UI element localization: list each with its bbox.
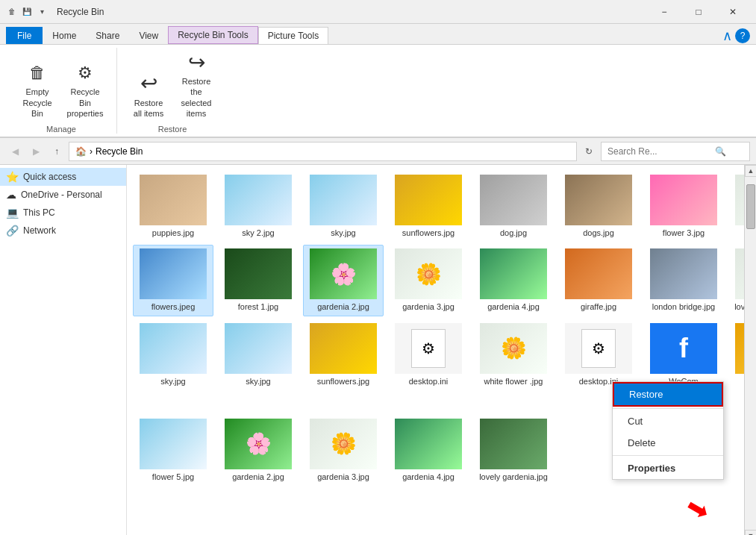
- file-item[interactable]: 🌸 gardenia 2.jpg: [218, 415, 299, 486]
- file-thumbnail: ⚙: [565, 323, 632, 374]
- file-thumbnail: 🌼: [310, 419, 377, 469]
- title-bar: 🗑 💾 ▾ Recycle Bin − □ ✕: [0, 0, 756, 24]
- file-thumbnail: [480, 248, 547, 299]
- file-item[interactable]: ⚙ desktop.ini: [388, 319, 469, 412]
- file-name: dog.jpg: [500, 228, 527, 238]
- tab-view[interactable]: View: [129, 27, 168, 44]
- this-pc-icon: 💻: [6, 207, 19, 219]
- recycle-bin-properties-button[interactable]: ⚙ Recycle Bin properties: [63, 58, 107, 122]
- file-item[interactable]: 📁 Upload to FB: [728, 319, 744, 412]
- empty-recycle-bin-button[interactable]: 🗑 Empty Recycle Bin: [15, 58, 60, 122]
- tab-picture-tools[interactable]: Picture Tools: [258, 27, 328, 44]
- file-name: flowers.jpeg: [151, 301, 196, 312]
- scroll-track: [745, 177, 756, 530]
- expand-ribbon-btn[interactable]: ∧: [722, 28, 732, 44]
- sidebar-label-onedrive: OneDrive - Personal: [21, 190, 102, 200]
- manage-buttons: 🗑 Empty Recycle Bin ⚙ Recycle Bin proper…: [15, 48, 107, 122]
- file-item[interactable]: sunflowers.jpg: [388, 171, 469, 242]
- file-thumbnail: [140, 419, 207, 469]
- file-item[interactable]: sunflowers.jpg: [303, 319, 384, 412]
- sidebar-item-onedrive[interactable]: ☁ OneDrive - Personal: [0, 186, 126, 204]
- context-menu-properties[interactable]: Properties: [613, 457, 723, 479]
- file-item[interactable]: flower 3.jpg: [643, 171, 724, 242]
- file-item[interactable]: 🌼 gardenia 3.jpg: [303, 415, 384, 486]
- scroll-thumb[interactable]: [746, 184, 755, 229]
- scrollbar[interactable]: ▲ ▼: [744, 165, 756, 535]
- file-item[interactable]: 🌸 gardenia 2.jpg: [303, 245, 384, 316]
- breadcrumb-home-icon: 🏠: [75, 146, 87, 157]
- file-item[interactable]: lovely gardenia.jpg: [473, 415, 554, 486]
- quick-access-save[interactable]: 💾: [21, 6, 33, 18]
- file-name: desktop.ini: [409, 376, 449, 387]
- help-button[interactable]: ?: [735, 28, 750, 43]
- sidebar-item-this-pc[interactable]: 💻 This PC: [0, 204, 126, 222]
- file-thumbnail: [480, 419, 547, 469]
- sidebar-label-network: Network: [23, 225, 56, 236]
- search-box[interactable]: 🔍: [601, 142, 750, 161]
- file-name: sunflowers.jpg: [402, 228, 454, 238]
- file-name: white flower .jpg: [484, 376, 543, 387]
- tab-home[interactable]: Home: [43, 27, 86, 44]
- search-icon: 🔍: [715, 146, 726, 157]
- file-item[interactable]: 🌼 gardenia 3.jpg: [388, 245, 469, 316]
- tab-share[interactable]: Share: [86, 27, 129, 44]
- file-item[interactable]: 🌼 flower 4.png: [728, 171, 744, 242]
- context-menu-cut[interactable]: Cut: [613, 410, 723, 432]
- file-thumbnail: 🌸: [310, 248, 377, 299]
- scroll-down-button[interactable]: ▼: [745, 530, 756, 535]
- file-item[interactable]: dog.jpg: [473, 171, 554, 242]
- maximize-button[interactable]: □: [681, 0, 716, 24]
- onedrive-icon: ☁: [6, 189, 16, 201]
- context-menu-restore[interactable]: Restore: [613, 382, 723, 407]
- file-item[interactable]: london bridge.jpg: [643, 245, 724, 316]
- scroll-up-button[interactable]: ▲: [745, 165, 756, 177]
- file-item[interactable]: forest 1.jpg: [218, 245, 299, 316]
- up-button[interactable]: ↑: [48, 143, 66, 160]
- file-item[interactable]: 🌼 lovely gardenia.jpg: [728, 245, 744, 316]
- file-thumbnail: [565, 175, 632, 225]
- file-item[interactable]: sky.jpg: [218, 319, 299, 412]
- breadcrumb-recycle-bin[interactable]: Recycle Bin: [96, 146, 143, 157]
- context-menu-delete[interactable]: Delete: [613, 432, 723, 454]
- file-name: gardenia 4.jpg: [402, 472, 454, 482]
- restore-selected-button[interactable]: ↪ Restore theselected items: [174, 48, 219, 122]
- back-button[interactable]: ◀: [6, 143, 24, 160]
- file-area[interactable]: puppies.jpg sky 2.jpg sky.jpg sunflowers…: [127, 165, 744, 535]
- sidebar-label-this-pc: This PC: [23, 207, 55, 218]
- file-name: gardenia 4.jpg: [487, 301, 540, 312]
- sidebar-label-quick-access: Quick access: [23, 172, 76, 182]
- file-name: flower 3.jpg: [663, 228, 705, 238]
- quick-access-dropdown[interactable]: ▾: [36, 6, 48, 18]
- restore-all-items-button[interactable]: ↩ Restoreall items: [126, 69, 171, 122]
- file-item[interactable]: giraffe.jpg: [558, 245, 639, 316]
- file-item[interactable]: 🌼 white flower .jpg: [473, 319, 554, 412]
- file-name: gardenia 3.jpg: [317, 472, 369, 482]
- minimize-button[interactable]: −: [647, 0, 681, 24]
- forward-button[interactable]: ▶: [27, 143, 45, 160]
- file-thumbnail: [225, 248, 292, 299]
- sidebar-item-quick-access[interactable]: ⭐ Quick access: [0, 168, 126, 186]
- sidebar-item-network[interactable]: 🔗 Network: [0, 222, 126, 240]
- address-path[interactable]: 🏠 › Recycle Bin: [69, 142, 577, 161]
- file-name: gardenia 2.jpg: [232, 472, 284, 482]
- breadcrumb-separator: ›: [90, 146, 93, 157]
- file-item[interactable]: flowers.jpeg: [133, 245, 213, 316]
- file-item[interactable]: dogs.jpg: [558, 171, 639, 242]
- tab-file[interactable]: File: [6, 27, 43, 44]
- file-item[interactable]: gardenia 4.jpg: [473, 245, 554, 316]
- file-thumbnail: 🌼: [395, 248, 462, 299]
- close-button[interactable]: ✕: [716, 0, 750, 24]
- refresh-button[interactable]: ↻: [580, 143, 598, 160]
- file-item[interactable]: flower 5.jpg: [133, 415, 213, 486]
- file-item[interactable]: sky.jpg: [303, 171, 384, 242]
- file-item[interactable]: gardenia 4.jpg: [388, 415, 469, 486]
- network-icon: 🔗: [6, 225, 19, 237]
- search-input[interactable]: [607, 146, 712, 157]
- file-item[interactable]: sky.jpg: [133, 319, 213, 412]
- tab-recycle-bin-tools[interactable]: Recycle Bin Tools: [168, 26, 258, 44]
- file-item[interactable]: sky 2.jpg: [218, 171, 299, 242]
- file-item[interactable]: puppies.jpg: [133, 171, 213, 242]
- main-layout: ⭐ Quick access ☁ OneDrive - Personal 💻 T…: [0, 165, 756, 535]
- empty-recycle-bin-icon: 🗑: [25, 61, 49, 85]
- file-thumbnail: [395, 419, 462, 469]
